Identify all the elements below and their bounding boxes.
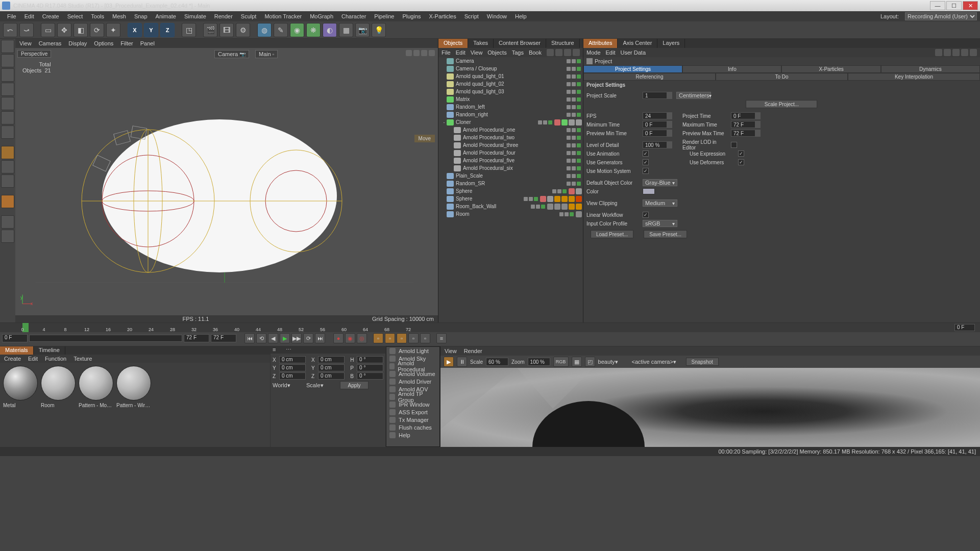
menu-mograph[interactable]: MoGraph <box>306 13 337 19</box>
axis-mode[interactable] <box>1 146 14 159</box>
polygon-mode[interactable] <box>1 126 14 139</box>
menu-simulate[interactable]: Simulate <box>180 13 210 19</box>
object-row[interactable]: Arnold Procedural_six <box>438 164 583 172</box>
pos-z-input[interactable]: 0 cm <box>279 372 306 380</box>
ctx-arnold-light[interactable]: Arnold Light <box>386 347 439 355</box>
play-button[interactable]: ▶ <box>280 333 290 343</box>
redo-button[interactable]: ⤻ <box>19 23 34 37</box>
render-view-button[interactable]: 🎬 <box>203 23 217 37</box>
size-x-input[interactable]: 0 cm <box>318 356 345 363</box>
viewport-zoom-icon[interactable] <box>413 50 420 56</box>
mat-menu-texture[interactable]: Texture <box>74 356 92 362</box>
viewport[interactable]: Perspective Total Objects 21 Camera 📷 Ma… <box>15 48 438 315</box>
vp-menu-options[interactable]: Options <box>94 40 113 46</box>
mat-tab-materials[interactable]: Materials <box>0 346 34 355</box>
ctx-flush-caches[interactable]: Flush caches <box>386 423 439 431</box>
environment-button[interactable]: ▦ <box>339 23 353 37</box>
menu-help[interactable]: Help <box>511 13 531 19</box>
render-settings-button[interactable]: ⚙ <box>236 23 250 37</box>
size-y-input[interactable]: 0 cm <box>318 364 345 371</box>
attr-subtab-info[interactable]: Info <box>682 65 781 73</box>
menu-animate[interactable]: Animate <box>152 13 180 19</box>
ctx-arnold-tp-group[interactable]: Arnold TP Group <box>386 393 439 400</box>
keyframe-sel-button[interactable]: ◎ <box>357 333 367 343</box>
search-icon[interactable] <box>547 49 554 56</box>
object-row[interactable]: Room_Back_Wall <box>438 203 583 210</box>
mat-menu-edit[interactable]: Edit <box>28 356 38 362</box>
use-motion-checkbox[interactable] <box>643 168 649 174</box>
key-scale-button[interactable]: ▫ <box>385 333 395 343</box>
rot-b-input[interactable]: 0 ° <box>357 372 383 380</box>
vp-menu-filter[interactable]: Filter <box>120 40 133 46</box>
attr-tab-attributes[interactable]: Attributes <box>583 39 618 48</box>
menu-mesh[interactable]: Mesh <box>108 13 130 19</box>
move-tool[interactable]: ✥ <box>57 23 71 37</box>
project-time-input[interactable]: 0 F <box>731 112 755 119</box>
ipr-snapshot-button[interactable]: Snapshot <box>686 358 719 366</box>
ctx-arnold-procedural[interactable]: Arnold Procedural <box>386 362 439 370</box>
view-clipping-dropdown[interactable]: Medium▾ <box>643 199 677 207</box>
object-row[interactable]: Room <box>438 210 583 218</box>
undo-button[interactable]: ⤺ <box>3 23 17 37</box>
attr-tab-axis-center[interactable]: Axis Center <box>618 39 657 48</box>
nav-up-icon[interactable] <box>952 49 960 56</box>
viewport-max-icon[interactable] <box>429 50 435 56</box>
pos-y-input[interactable]: 0 cm <box>279 364 306 371</box>
next-key-button[interactable]: ⟳ <box>303 333 313 343</box>
lock-tool[interactable] <box>1 215 14 229</box>
soft-select[interactable] <box>1 160 14 173</box>
object-row[interactable]: Sphere <box>438 195 583 203</box>
coord-system-button[interactable]: ◳ <box>182 23 196 37</box>
object-row[interactable]: Arnold quad_light_02 <box>438 80 583 88</box>
menu-window[interactable]: Window <box>483 13 511 19</box>
menu-render[interactable]: Render <box>210 13 237 19</box>
edge-mode[interactable] <box>1 111 14 124</box>
new-icon[interactable] <box>970 49 977 56</box>
color-swatch[interactable] <box>643 188 655 194</box>
menu-script[interactable]: Script <box>460 13 483 19</box>
attr-subtab-x-particles[interactable]: X-Particles <box>781 65 880 73</box>
project-scale-input[interactable]: 1 <box>643 92 667 99</box>
ipr-aov-dropdown[interactable]: beauty▾ <box>598 359 629 365</box>
attr-subtab-project-settings[interactable]: Project Settings <box>583 65 682 73</box>
default-color-dropdown[interactable]: Gray-Blue▾ <box>643 179 677 186</box>
attr-menu-user-data[interactable]: User Data <box>620 49 646 56</box>
object-row[interactable]: Plain_Scale <box>438 172 583 180</box>
pen-button[interactable]: ✎ <box>274 23 288 37</box>
ipr-play-button[interactable]: ▶ <box>444 357 454 367</box>
nurbs-button[interactable]: ◉ <box>290 23 304 37</box>
key-param-button[interactable]: ▫ <box>408 333 419 343</box>
texture-mode[interactable] <box>1 68 14 82</box>
load-preset-button[interactable]: Load Preset... <box>591 230 633 238</box>
range-slider[interactable] <box>29 335 182 342</box>
goto-end-button[interactable]: ⏭ <box>315 333 325 343</box>
ipr-pause-button[interactable]: ⏸ <box>457 357 467 367</box>
ipr-rgb-button[interactable]: RGB <box>553 357 569 367</box>
model-mode[interactable] <box>1 40 14 53</box>
current-frame-field[interactable]: 0 F <box>954 324 975 331</box>
attr-subtab-to-do[interactable]: To Do <box>716 73 848 81</box>
ipr-zoom-input[interactable]: 100 % <box>528 358 550 366</box>
rot-p-input[interactable]: 0 ° <box>357 364 383 371</box>
material-grid[interactable]: MetalRoomPattern - MonodPattern - Wirefr… <box>0 363 270 447</box>
object-tree[interactable]: CameraCamera / CloseupArnold quad_light_… <box>438 57 583 322</box>
material-item[interactable]: Pattern - Monod <box>79 366 114 444</box>
ctx-tx-manager[interactable]: Tx Manager <box>386 416 439 423</box>
autokey-button[interactable]: ◉ <box>345 333 355 343</box>
key-rot-button[interactable]: ▫ <box>397 333 407 343</box>
ipr-menu-render[interactable]: Render <box>464 348 482 354</box>
object-row[interactable]: Random_right <box>438 111 583 118</box>
ctx-arnold-volume[interactable]: Arnold Volume <box>386 370 439 378</box>
workplane-mode[interactable] <box>1 83 14 96</box>
scale-tool[interactable]: ◧ <box>74 23 88 37</box>
menu-edit[interactable]: Edit <box>20 13 38 19</box>
mat-tab-timeline[interactable]: Timeline <box>34 346 65 355</box>
obj-menu-book[interactable]: Book <box>529 49 542 56</box>
generator-button[interactable]: ❋ <box>306 23 321 37</box>
obj-menu-objects[interactable]: Objects <box>487 49 506 56</box>
fps-input[interactable]: 24 <box>643 112 667 119</box>
ipr-alpha-button[interactable]: ▦ <box>572 357 582 367</box>
next-frame-button[interactable]: ▶▶ <box>291 333 302 343</box>
material-item[interactable]: Room <box>41 366 77 444</box>
z-axis-lock[interactable]: Z <box>160 23 175 37</box>
